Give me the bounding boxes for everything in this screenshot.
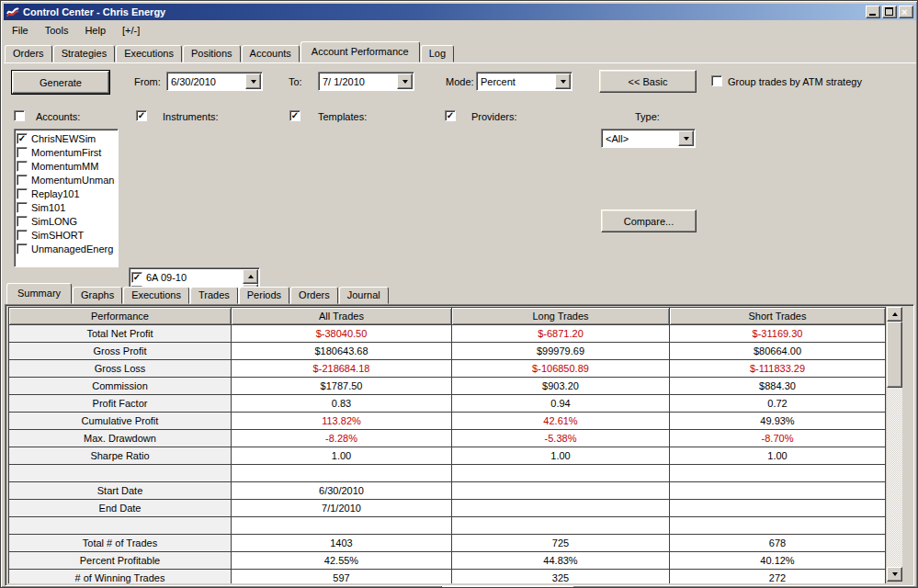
tab-strategies[interactable]: Strategies bbox=[53, 45, 116, 62]
row-label: Commission bbox=[9, 378, 232, 395]
list-item-simlong[interactable]: SimLONG bbox=[17, 214, 118, 228]
accounts-filter-checkbox[interactable] bbox=[14, 110, 25, 121]
scroll-up-button[interactable] bbox=[243, 269, 258, 284]
menu-blank[interactable]: [+/-] bbox=[114, 23, 148, 38]
scroll-up-button[interactable] bbox=[887, 307, 902, 322]
chrisnewsim-checkbox[interactable]: ✓ bbox=[17, 133, 28, 144]
list-item-simshort[interactable]: SimSHORT bbox=[17, 228, 118, 242]
chevron-down-icon bbox=[561, 80, 566, 84]
unmanagedenerg-checkbox[interactable] bbox=[17, 243, 28, 254]
result-tab-graphs[interactable]: Graphs bbox=[73, 287, 122, 304]
minimize-button[interactable] bbox=[866, 6, 880, 18]
to-date-picker[interactable]: 7/ 1/2010 bbox=[318, 72, 414, 91]
menu-tools[interactable]: Tools bbox=[37, 23, 77, 38]
check-icon: ✓ bbox=[18, 134, 26, 143]
list-item-label: Replay101 bbox=[31, 188, 80, 199]
scrollbar-thumb[interactable] bbox=[887, 322, 902, 388]
menu-file[interactable]: File bbox=[4, 23, 37, 38]
list-item-chrisnewsim[interactable]: ✓ChrisNEWSim bbox=[17, 131, 118, 145]
row-label: Gross Profit bbox=[9, 343, 232, 360]
providers-filter-checkbox[interactable]: ✓ bbox=[445, 110, 456, 121]
menubar: FileToolsHelp[+/-] bbox=[4, 21, 916, 40]
cell-cumulative-profit-short-trades: 49.93% bbox=[670, 413, 886, 430]
simlong-checkbox[interactable] bbox=[17, 216, 28, 227]
table-row: Cumulative Profit113.82%42.61%49.93% bbox=[9, 413, 886, 430]
list-item-replay101[interactable]: Replay101 bbox=[17, 187, 118, 200]
momentumunman-checkbox[interactable] bbox=[17, 175, 28, 186]
compare-button[interactable]: Compare... bbox=[601, 209, 697, 232]
list-item-momentumunman[interactable]: MomentumUnman bbox=[17, 173, 118, 187]
instruments-filter-checkbox[interactable]: ✓ bbox=[136, 110, 147, 121]
chevron-down-icon bbox=[684, 137, 689, 141]
result-tab-journal[interactable]: Journal bbox=[339, 287, 389, 304]
type-dropdown-button[interactable] bbox=[678, 130, 694, 146]
cell-percent-profitable-all-trades: 42.55% bbox=[232, 552, 452, 570]
type-select[interactable]: <All> bbox=[601, 129, 696, 148]
6a-09-10-checkbox[interactable]: ✓ bbox=[131, 272, 142, 283]
cell-total-net-profit-short-trades: $-31169.30 bbox=[670, 325, 886, 343]
cell-max-drawdown-all-trades: -8.28% bbox=[232, 430, 452, 447]
column-header-all-trades[interactable]: All Trades bbox=[232, 308, 452, 325]
scroll-down-button[interactable] bbox=[887, 567, 902, 582]
tab-executions[interactable]: Executions bbox=[116, 45, 182, 62]
cell-gross-loss-long-trades: $-106850.89 bbox=[452, 360, 670, 378]
from-dropdown-button[interactable] bbox=[245, 74, 261, 89]
templates-filter-checkbox[interactable]: ✓ bbox=[289, 110, 300, 121]
close-button[interactable]: × bbox=[899, 6, 913, 18]
generate-button[interactable]: Generate bbox=[12, 71, 109, 94]
column-header-short-trades[interactable]: Short Trades bbox=[670, 308, 886, 325]
accounts-list[interactable]: ✓ChrisNEWSimMomentumFirstMomentumMMMomen… bbox=[14, 129, 119, 267]
cell-end-date-short-trades bbox=[670, 500, 886, 517]
tab-log[interactable]: Log bbox=[421, 45, 454, 62]
row-label: Total # of Trades bbox=[9, 535, 232, 552]
list-item-6a-09-10[interactable]: ✓6A 09-10 bbox=[131, 270, 243, 284]
cell-start-date-short-trades bbox=[670, 482, 886, 500]
chevron-down-icon bbox=[251, 80, 256, 84]
row-label: Max. Drawdown bbox=[9, 430, 232, 447]
window-title: Control Center - Chris Energy bbox=[23, 6, 864, 17]
cell-commission-all-trades: $1787.50 bbox=[232, 378, 452, 395]
list-item-sim101[interactable]: Sim101 bbox=[17, 200, 118, 214]
result-tab-summary[interactable]: Summary bbox=[6, 283, 72, 304]
maximize-button[interactable] bbox=[882, 6, 897, 18]
simshort-checkbox[interactable] bbox=[17, 230, 28, 241]
check-icon: ✓ bbox=[447, 111, 454, 120]
providers-filter-label: Providers: bbox=[471, 111, 517, 122]
column-header-performance[interactable]: Performance bbox=[9, 308, 232, 325]
cell-gross-loss-all-trades: $-218684.18 bbox=[232, 360, 452, 378]
mode-dropdown-button[interactable] bbox=[555, 74, 571, 89]
sim101-checkbox[interactable] bbox=[17, 202, 28, 213]
mode-select[interactable]: Percent bbox=[476, 72, 572, 91]
cell-of-winning-trades-short-trades: 272 bbox=[670, 570, 886, 583]
tab-orders[interactable]: Orders bbox=[5, 45, 52, 62]
result-tab-periods[interactable]: Periods bbox=[239, 287, 289, 304]
cell-gross-profit-all-trades: $180643.68 bbox=[232, 343, 452, 360]
mode-label: Mode: bbox=[446, 76, 474, 87]
tab-account-performance[interactable]: Account Performance bbox=[300, 41, 420, 62]
result-tab-orders[interactable]: Orders bbox=[290, 287, 338, 304]
column-header-long-trades[interactable]: Long Trades bbox=[452, 308, 670, 325]
from-date-picker[interactable]: 6/30/2010 bbox=[166, 72, 263, 91]
momentumfirst-checkbox[interactable] bbox=[17, 147, 28, 158]
result-tab-executions[interactable]: Executions bbox=[123, 287, 189, 304]
replay101-checkbox[interactable] bbox=[17, 188, 28, 199]
group-by-atm-checkbox[interactable] bbox=[711, 75, 722, 86]
arrow-up-icon bbox=[892, 312, 898, 316]
check-icon: ✓ bbox=[133, 273, 141, 282]
row-label: Cumulative Profit bbox=[9, 413, 232, 430]
list-item-unmanagedenerg[interactable]: UnmanagedEnerg bbox=[17, 242, 118, 255]
results-scrollbar[interactable] bbox=[887, 307, 902, 582]
tab-accounts[interactable]: Accounts bbox=[242, 45, 300, 62]
list-item-momentumfirst[interactable]: MomentumFirst bbox=[17, 145, 118, 159]
result-tab-trades[interactable]: Trades bbox=[190, 287, 238, 304]
to-dropdown-button[interactable] bbox=[397, 74, 413, 89]
tab-positions[interactable]: Positions bbox=[183, 45, 241, 62]
list-item-momentummm[interactable]: MomentumMM bbox=[17, 159, 118, 173]
momentummm-checkbox[interactable] bbox=[17, 161, 28, 172]
scrollbar-track[interactable] bbox=[887, 388, 902, 567]
table-row: Total Net Profit$-38040.50$-6871.20$-311… bbox=[9, 325, 886, 343]
cell-blank-long-trades bbox=[452, 517, 670, 535]
cell-commission-long-trades: $903.20 bbox=[452, 378, 670, 395]
basic-toggle-button[interactable]: << Basic bbox=[599, 70, 697, 93]
menu-help[interactable]: Help bbox=[76, 23, 114, 38]
